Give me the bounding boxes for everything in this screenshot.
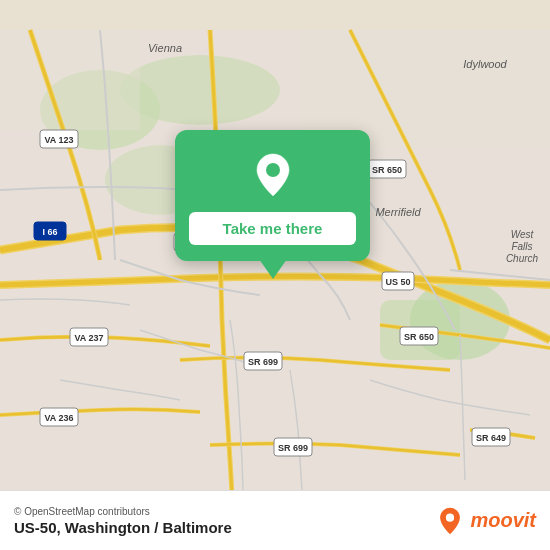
moovit-brand-text: moovit: [470, 509, 536, 532]
moovit-logo: moovit: [436, 507, 536, 535]
svg-text:VA 236: VA 236: [44, 413, 73, 423]
svg-point-36: [266, 163, 280, 177]
svg-text:SR 699: SR 699: [278, 443, 308, 453]
svg-text:VA 237: VA 237: [74, 333, 103, 343]
svg-text:West: West: [511, 229, 535, 240]
svg-text:US 50: US 50: [385, 277, 410, 287]
location-pin-icon: [246, 148, 300, 202]
svg-text:SR 649: SR 649: [476, 433, 506, 443]
svg-text:VA 123: VA 123: [44, 135, 73, 145]
svg-text:SR 650: SR 650: [372, 165, 402, 175]
svg-text:I 66: I 66: [42, 227, 57, 237]
svg-text:SR 650: SR 650: [404, 332, 434, 342]
svg-point-37: [446, 513, 454, 521]
svg-text:Idylwood: Idylwood: [463, 58, 507, 70]
moovit-pin-icon: [436, 507, 464, 535]
svg-point-2: [120, 55, 280, 125]
svg-text:Vienna: Vienna: [148, 42, 182, 54]
copyright-text: © OpenStreetMap contributors: [14, 506, 232, 517]
svg-text:Church: Church: [506, 253, 539, 264]
svg-rect-6: [0, 30, 140, 130]
map-container: VA 123 I 66 VA 243 US 50 SR 650 SR 699 S…: [0, 0, 550, 550]
svg-text:Merrifield: Merrifield: [375, 206, 421, 218]
popup-card: Take me there: [175, 130, 370, 261]
svg-text:SR 699: SR 699: [248, 357, 278, 367]
route-label: US-50, Washington / Baltimore: [14, 519, 232, 536]
svg-text:Falls: Falls: [511, 241, 532, 252]
take-me-there-button[interactable]: Take me there: [189, 212, 356, 245]
bottom-left-info: © OpenStreetMap contributors US-50, Wash…: [14, 506, 232, 536]
bottom-bar: © OpenStreetMap contributors US-50, Wash…: [0, 490, 550, 550]
